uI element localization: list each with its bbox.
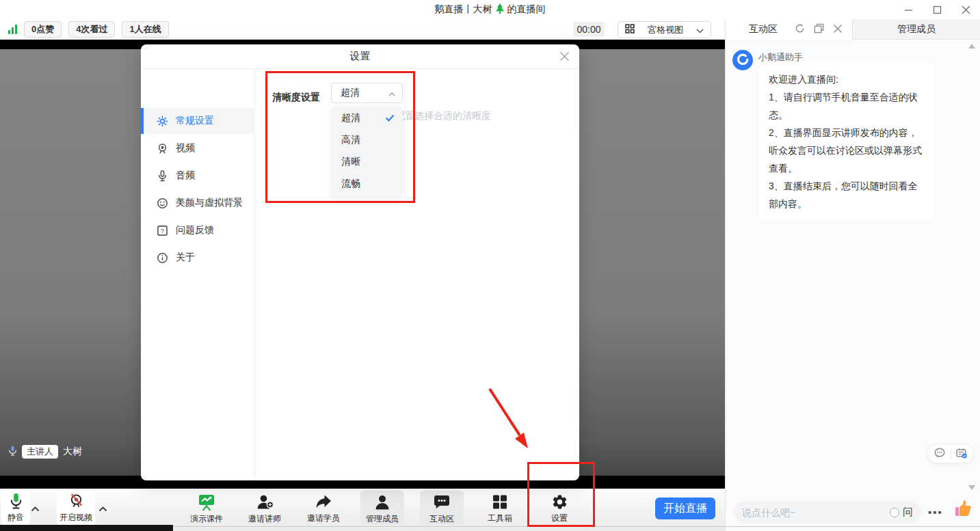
invite-teacher-icon: [256, 493, 274, 513]
chevron-up-icon: [388, 87, 395, 98]
presenter-name: 大树: [63, 446, 82, 458]
manage-members-icon: [374, 493, 390, 513]
sidebar-item-label: 音频: [176, 169, 195, 182]
sidebar-item-video[interactable]: 视频: [141, 135, 255, 161]
toolbar-item-invite-student[interactable]: 邀请学员: [302, 491, 345, 526]
option-label: 高清: [341, 134, 360, 146]
camera-button[interactable]: 开启视频: [57, 491, 95, 526]
microphone-icon: [8, 493, 24, 512]
welcome-line: 3、直播结束后，您可以随时回看全部内容。: [769, 177, 923, 213]
scroll-down-icon[interactable]: [968, 485, 975, 490]
option-label: 清晰: [341, 156, 360, 168]
thumbs-up-icon[interactable]: [954, 499, 972, 520]
toolbox-icon: [492, 493, 508, 513]
clarity-options-list: 超清 高清 清晰 流畅: [332, 107, 402, 198]
minimize-icon[interactable]: [903, 5, 913, 14]
toolbar-item-label: 邀请学员: [307, 513, 340, 524]
presentation-icon: [197, 493, 216, 513]
stats-chart-icon: [8, 25, 17, 34]
start-live-button[interactable]: 开始直播: [655, 498, 715, 519]
role-badge: 主讲人: [22, 445, 58, 459]
dialog-sidebar: 常规设置 视频 音频 美颜与虚拟背景 ? 问题反馈 关于: [141, 70, 255, 480]
welcome-line: 欢迎进入直播间:: [769, 70, 923, 88]
tab-interaction-label: 互动区: [749, 23, 778, 36]
clarity-hint-text: 配置选择合适的清晰度: [395, 110, 491, 122]
live-studio-window: 鹅直播丨大树 的直播间 0点赞 4次看过 1人在线 00:00 宫格视图 互动区: [0, 0, 980, 531]
online-badge: 1人在线: [122, 21, 168, 38]
sidebar-item-label: 常规设置: [176, 115, 214, 127]
window-title-suffix: 的直播间: [507, 3, 546, 16]
pill-divider: [951, 449, 951, 459]
tab-members-label: 管理成员: [897, 23, 936, 36]
clarity-option-smooth[interactable]: 流畅: [332, 173, 402, 195]
toolbar-item-interaction[interactable]: 互动区: [420, 491, 464, 526]
tab-interaction[interactable]: 互动区: [726, 19, 852, 40]
sidebar-item-label: 视频: [176, 142, 195, 154]
qa-list-icon[interactable]: [956, 448, 968, 461]
window-bottom-border: [173, 526, 980, 527]
welcome-line: 1、请自行调节手机音量至合适的状态。: [769, 88, 923, 124]
title-bar: 鹅直播丨大树 的直播间: [0, 0, 980, 19]
toolbar-item-presentation[interactable]: 演示课件: [185, 491, 228, 526]
camera-options-caret-icon[interactable]: [98, 503, 107, 514]
sidebar-item-about[interactable]: 关于: [141, 245, 255, 271]
camera-off-icon: [68, 493, 85, 512]
likes-badge: 0点赞: [24, 21, 62, 38]
option-label: 流畅: [341, 178, 360, 190]
settings-gear-icon: [551, 493, 568, 513]
close-panel-icon[interactable]: [833, 24, 843, 36]
ask-question-toggle[interactable]: 问: [890, 506, 913, 519]
tree-icon: [495, 3, 505, 16]
clarity-selected-value: 超清: [341, 87, 388, 99]
ask-label: 问: [903, 506, 913, 519]
toolbar-item-label: 演示课件: [190, 513, 223, 525]
toolbar-item-label: 互动区: [429, 513, 454, 525]
chat-input[interactable]: [742, 507, 890, 518]
sidebar-item-beauty[interactable]: 美颜与虚拟背景: [141, 190, 255, 216]
view-mode-dropdown[interactable]: 宫格视图: [618, 21, 711, 38]
toolbar-item-manage-members[interactable]: 管理成员: [360, 491, 404, 526]
clarity-option-sd[interactable]: 清晰: [332, 151, 402, 173]
refresh-icon[interactable]: [795, 23, 805, 36]
views-badge: 4次看过: [68, 21, 115, 38]
quick-actions-pill: [928, 445, 973, 463]
dialog-header: 设置: [141, 44, 579, 69]
presenter-label: 主讲人 大树: [8, 445, 82, 459]
svg-text:?: ?: [161, 226, 164, 234]
toolbar-item-toolbox[interactable]: 工具箱: [478, 491, 522, 526]
tab-members[interactable]: 管理成员: [852, 19, 980, 40]
toolbar-item-invite-teacher[interactable]: 邀请讲师: [243, 491, 287, 526]
dialog-close-icon[interactable]: [559, 51, 570, 64]
option-label: 超清: [341, 112, 360, 124]
toolbar-item-settings[interactable]: 设置: [538, 491, 581, 526]
panel-tab-bar: 互动区 管理成员: [725, 19, 980, 40]
view-mode-label: 宫格视图: [641, 24, 690, 36]
more-options-icon[interactable]: •••: [928, 501, 943, 523]
dialog-title: 设置: [350, 50, 371, 63]
sidebar-item-label: 问题反馈: [176, 224, 214, 236]
sidebar-item-general[interactable]: 常规设置: [141, 108, 255, 134]
scroll-up-icon[interactable]: [968, 44, 975, 49]
stats-bar: 0点赞 4次看过 1人在线: [0, 19, 725, 40]
clarity-option-uhd[interactable]: 超清: [332, 107, 402, 129]
sidebar-item-audio[interactable]: 音频: [141, 163, 255, 189]
toolbar-item-label: 设置: [551, 513, 568, 524]
window-title-prefix: 鹅直播丨大树: [435, 3, 492, 16]
clarity-option-hd[interactable]: 高清: [332, 129, 402, 151]
maximize-icon[interactable]: [932, 5, 942, 14]
clarity-setting-label: 清晰度设置: [272, 87, 320, 107]
close-icon[interactable]: [961, 5, 970, 14]
check-icon: [385, 113, 395, 124]
toolbar-item-label: 邀请讲师: [248, 513, 281, 525]
welcome-line: 2、直播界面显示讲师发布的内容，听众发言可以在讨论区或以弹幕形式查看。: [769, 124, 923, 177]
mute-label: 静音: [8, 512, 24, 523]
grid-view-icon: [625, 24, 635, 36]
toolbar-item-label: 管理成员: [366, 513, 399, 525]
mute-button[interactable]: 静音: [1, 491, 30, 526]
popout-icon[interactable]: [814, 23, 824, 36]
assistant-avatar: [732, 50, 753, 70]
emoji-bubble-icon[interactable]: [934, 448, 946, 460]
clarity-select[interactable]: 超清: [331, 83, 403, 103]
sidebar-item-feedback[interactable]: ? 问题反馈: [141, 217, 255, 243]
mic-options-caret-icon[interactable]: [31, 503, 40, 514]
